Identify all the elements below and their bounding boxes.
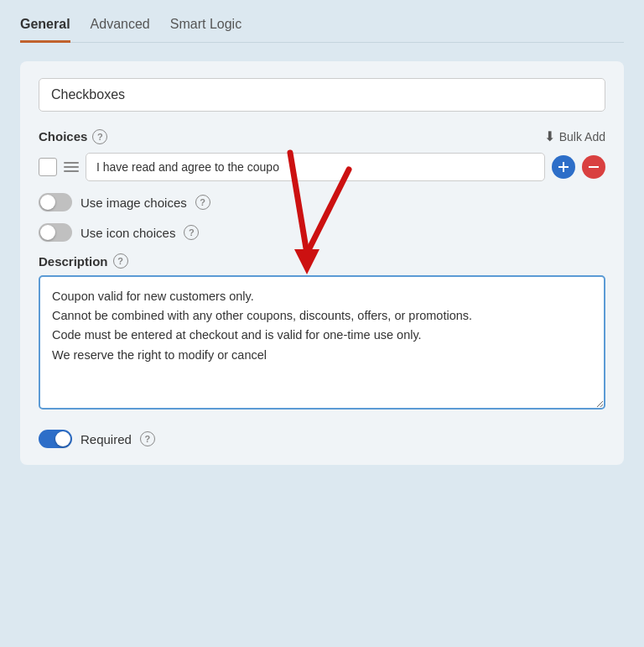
use-image-choices-row: Use image choices ?	[39, 193, 605, 211]
bulk-add-label: Bulk Add	[559, 130, 605, 143]
minus-icon	[587, 160, 600, 174]
tab-advanced[interactable]: Advanced	[91, 17, 150, 43]
choice-row	[39, 153, 605, 181]
choices-text: Choices	[39, 129, 87, 143]
bulk-add-download-icon: ⬇	[544, 128, 555, 144]
description-section: Description ?	[39, 253, 605, 413]
use-icon-choices-row: Use icon choices ?	[39, 223, 605, 242]
add-choice-button[interactable]	[552, 155, 575, 179]
svg-marker-5	[294, 249, 319, 274]
tab-smart-logic[interactable]: Smart Logic	[170, 17, 242, 43]
description-label: Description	[39, 254, 108, 269]
choices-label: Choices ?	[39, 129, 107, 144]
description-textarea[interactable]	[39, 275, 605, 410]
tabs-bar: General Advanced Smart Logic	[20, 17, 624, 43]
use-image-choices-help-icon[interactable]: ?	[195, 195, 210, 210]
drag-line-3	[64, 170, 79, 172]
bulk-add-button[interactable]: ⬇ Bulk Add	[544, 128, 605, 144]
choices-header: Choices ? ⬇ Bulk Add	[39, 128, 605, 144]
plus-icon	[557, 160, 570, 174]
drag-handle[interactable]	[64, 162, 79, 172]
use-icon-choices-toggle[interactable]	[39, 223, 72, 242]
remove-choice-button[interactable]	[582, 155, 605, 179]
choices-help-icon[interactable]: ?	[92, 129, 107, 144]
use-image-choices-label: Use image choices	[80, 196, 187, 210]
required-help-icon[interactable]: ?	[140, 431, 155, 446]
description-help-icon[interactable]: ?	[113, 253, 128, 269]
required-row: Required ?	[39, 430, 605, 448]
svg-rect-2	[589, 166, 599, 168]
required-label: Required	[80, 432, 132, 446]
use-icon-choices-label: Use icon choices	[80, 226, 175, 240]
use-icon-choices-help-icon[interactable]: ?	[184, 225, 199, 240]
required-toggle[interactable]	[39, 430, 72, 448]
svg-rect-1	[558, 166, 569, 168]
drag-line-2	[64, 166, 79, 168]
content-area: Choices ? ⬇ Bulk Add	[20, 61, 624, 465]
panel: General Advanced Smart Logic Choices ? ⬇…	[20, 17, 624, 465]
field-name-input[interactable]	[39, 78, 605, 112]
tab-general[interactable]: General	[20, 17, 70, 43]
drag-line-1	[64, 162, 79, 164]
use-image-choices-toggle[interactable]	[39, 193, 72, 211]
choice-text-input[interactable]	[86, 153, 545, 181]
description-label-row: Description ?	[39, 253, 605, 269]
choice-checkbox[interactable]	[39, 158, 57, 176]
